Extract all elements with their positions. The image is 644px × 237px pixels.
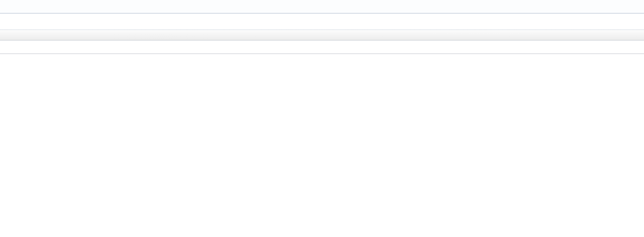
grid-filter-row xyxy=(0,40,644,54)
group-by-panel[interactable] xyxy=(0,14,644,30)
tab-strip xyxy=(0,0,644,14)
app-window xyxy=(0,0,644,237)
data-grid xyxy=(0,30,644,54)
grid-header-row xyxy=(0,30,644,40)
